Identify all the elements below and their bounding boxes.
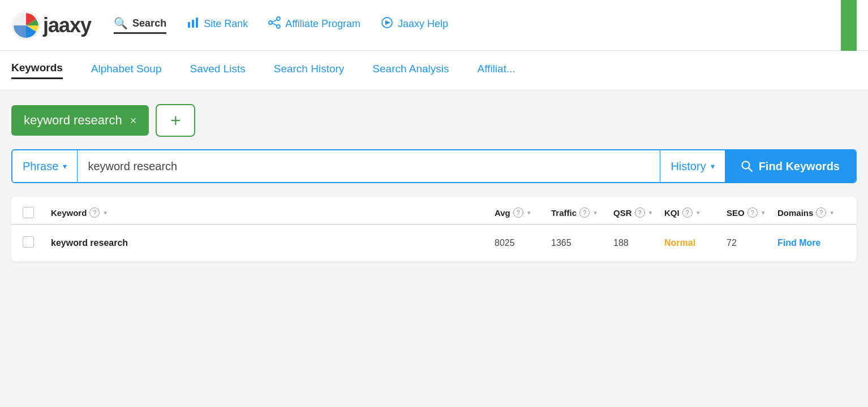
th-domains: Domains ? ▼ xyxy=(777,207,845,218)
tag-close-icon[interactable]: × xyxy=(130,114,137,127)
row-kqi: Normal xyxy=(664,238,727,248)
row-domains-find-more[interactable]: Find More xyxy=(777,238,845,248)
sub-nav-alphabet-soup[interactable]: Alphabet Soup xyxy=(91,63,162,79)
nav-items: 🔍 Search Site Rank Affiliate Program Jaa… xyxy=(114,16,830,34)
th-seo: SEO ? ▼ xyxy=(727,207,777,218)
find-keywords-button[interactable]: Find Keywords xyxy=(725,150,856,182)
svg-marker-10 xyxy=(385,20,390,25)
search-input[interactable] xyxy=(78,150,660,182)
add-tag-button[interactable]: + xyxy=(156,104,195,137)
nav-item-jaaxy-help[interactable]: Jaaxy Help xyxy=(381,16,448,34)
find-keywords-search-icon xyxy=(741,160,753,172)
site-rank-icon xyxy=(187,16,199,32)
keyword-sort-icon[interactable]: ▼ xyxy=(102,210,108,216)
th-traffic: Traffic ? ▼ xyxy=(551,207,613,218)
seo-sort-icon[interactable]: ▼ xyxy=(760,210,766,216)
th-checkbox xyxy=(23,207,51,218)
tag-label: keyword research xyxy=(24,113,122,128)
row-keyword: keyword research xyxy=(51,238,495,248)
search-bar: Phrase ▾ History ▾ Find Keywords xyxy=(11,149,857,183)
logo-icon xyxy=(11,11,41,40)
top-nav: jaaxy 🔍 Search Site Rank Affiliate Progr… xyxy=(0,0,868,51)
phrase-dropdown[interactable]: Phrase ▾ xyxy=(12,150,78,182)
row-qsr: 188 xyxy=(613,238,664,248)
svg-point-5 xyxy=(277,17,280,20)
sub-nav-search-analysis[interactable]: Search Analysis xyxy=(372,63,449,79)
qsr-sort-icon[interactable]: ▼ xyxy=(648,210,654,216)
row-avg: 8025 xyxy=(495,238,551,248)
svg-line-12 xyxy=(749,168,752,171)
sub-nav: Keywords Alphabet Soup Saved Lists Searc… xyxy=(0,51,868,90)
search-nav-icon: 🔍 xyxy=(114,16,128,30)
logo-text: jaaxy xyxy=(43,14,91,37)
avg-sort-icon[interactable]: ▼ xyxy=(526,210,532,216)
row-checkbox xyxy=(23,236,51,250)
nav-item-affiliate-program[interactable]: Affiliate Program xyxy=(268,16,360,34)
traffic-help-icon[interactable]: ? xyxy=(579,207,590,218)
th-avg: Avg ? ▼ xyxy=(495,207,551,218)
kqi-sort-icon[interactable]: ▼ xyxy=(695,210,701,216)
svg-point-4 xyxy=(269,21,272,24)
kqi-help-icon[interactable]: ? xyxy=(682,207,693,218)
th-qsr: QSR ? ▼ xyxy=(613,207,664,218)
sub-nav-search-history[interactable]: Search History xyxy=(274,63,345,79)
select-all-checkbox[interactable] xyxy=(23,207,34,218)
phrase-chevron-icon: ▾ xyxy=(63,162,67,171)
nav-item-site-rank[interactable]: Site Rank xyxy=(187,16,248,34)
green-accent-bar xyxy=(841,0,857,51)
jaaxy-help-icon xyxy=(381,16,393,32)
history-label: History xyxy=(671,160,706,173)
add-tag-icon: + xyxy=(170,110,181,131)
domains-sort-icon[interactable]: ▼ xyxy=(829,210,835,216)
find-keywords-label: Find Keywords xyxy=(759,160,840,173)
table-header: Keyword ? ▼ Avg ? ▼ Traffic ? ▼ QSR ? ▼ … xyxy=(11,197,857,225)
nav-item-search-label: Search xyxy=(132,18,166,29)
qsr-help-icon[interactable]: ? xyxy=(635,207,645,218)
row-traffic: 1365 xyxy=(551,238,613,248)
affiliate-program-icon xyxy=(268,16,281,32)
svg-rect-2 xyxy=(192,20,194,28)
sub-nav-saved-lists[interactable]: Saved Lists xyxy=(190,63,245,79)
row-select-checkbox[interactable] xyxy=(23,236,34,248)
traffic-sort-icon[interactable]: ▼ xyxy=(592,210,598,216)
keyword-research-tag[interactable]: keyword research × xyxy=(11,105,149,136)
results-table: Keyword ? ▼ Avg ? ▼ Traffic ? ▼ QSR ? ▼ … xyxy=(11,197,857,262)
history-chevron-icon: ▾ xyxy=(711,162,715,171)
history-dropdown[interactable]: History ▾ xyxy=(660,150,724,182)
phrase-label: Phrase xyxy=(23,160,58,173)
sub-nav-affiliate[interactable]: Affiliat... xyxy=(478,63,515,79)
seo-help-icon[interactable]: ? xyxy=(747,207,758,218)
tag-row: keyword research × + xyxy=(11,104,857,137)
content-area: keyword research × + Phrase ▾ History ▾ … xyxy=(0,90,868,407)
row-seo: 72 xyxy=(727,238,777,248)
table-row: keyword research 8025 1365 188 Normal 72… xyxy=(11,225,857,262)
avg-help-icon[interactable]: ? xyxy=(513,207,523,218)
nav-item-search[interactable]: 🔍 Search xyxy=(114,16,166,34)
svg-line-8 xyxy=(272,23,277,25)
svg-rect-1 xyxy=(188,22,190,28)
th-kqi: KQI ? ▼ xyxy=(664,207,727,218)
svg-point-6 xyxy=(277,25,280,28)
nav-item-site-rank-label: Site Rank xyxy=(204,18,248,30)
keyword-help-icon[interactable]: ? xyxy=(89,207,100,218)
svg-rect-3 xyxy=(196,18,198,28)
nav-item-affiliate-program-label: Affiliate Program xyxy=(285,18,360,30)
sub-nav-keywords[interactable]: Keywords xyxy=(11,62,63,79)
logo[interactable]: jaaxy xyxy=(11,11,91,40)
domains-help-icon[interactable]: ? xyxy=(816,207,826,218)
nav-item-jaaxy-help-label: Jaaxy Help xyxy=(398,18,448,30)
svg-line-7 xyxy=(272,20,277,22)
th-keyword: Keyword ? ▼ xyxy=(51,207,495,218)
